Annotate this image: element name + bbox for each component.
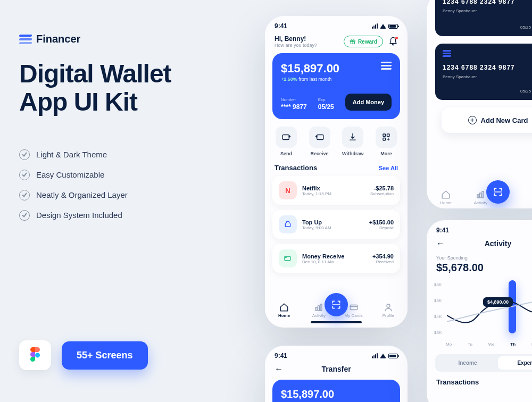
profile-icon: [384, 303, 393, 312]
transaction-row[interactable]: Money ReceiveDec 10, 8:11 AM +354.90Rece…: [272, 244, 400, 273]
card-icon: [349, 303, 359, 312]
scan-icon: [331, 299, 342, 310]
receive-money-icon: [279, 249, 297, 267]
hero-headline-line2: App UI Kit: [19, 88, 243, 116]
check-icon: [19, 190, 30, 200]
tab-home[interactable]: Home: [272, 303, 296, 318]
reward-label: Reward: [358, 39, 377, 45]
x-tick: We: [488, 342, 495, 347]
balance-amount: $15,897.00: [281, 62, 392, 76]
see-all-link[interactable]: See All: [379, 165, 398, 171]
quick-receive-button[interactable]: Receive: [309, 127, 330, 156]
status-time: 9:41: [436, 227, 449, 234]
page-title: Transfer: [321, 365, 351, 373]
figma-badge: [19, 340, 51, 370]
svg-point-0: [35, 353, 40, 358]
tab-profile[interactable]: Profile: [377, 303, 400, 318]
check-icon: [19, 149, 30, 160]
reward-button[interactable]: Reward: [344, 36, 383, 47]
feature-item: Light & Dark Theme: [19, 149, 243, 160]
credit-card[interactable]: ⟫ 1234 6788 2324 9877 Benny Spanbauer 05…: [435, 44, 532, 100]
status-time: 9:41: [275, 352, 287, 359]
scan-fab-button[interactable]: [325, 293, 348, 316]
withdraw-icon: [348, 132, 358, 142]
card-number-label: Number: [281, 97, 307, 102]
quick-label: Receive: [311, 151, 329, 156]
quick-send-button[interactable]: Send: [276, 127, 297, 156]
income-expense-toggle[interactable]: Income Expense: [435, 354, 532, 372]
check-icon: [19, 170, 30, 180]
card-exp-value: 05/25: [318, 103, 334, 111]
status-bar: 9:41: [265, 346, 408, 362]
svg-rect-10: [318, 306, 320, 311]
balance-card: $15,897.00 +2.50% from last month Number…: [272, 53, 400, 119]
status-indicators: [372, 353, 398, 358]
seg-income[interactable]: Income: [437, 356, 498, 370]
txn-amount: +$150.00: [369, 219, 394, 225]
tab-bar: Home Activity My Cards: [427, 186, 532, 205]
balance-card: $15,897.00: [272, 380, 400, 402]
battery-icon: [388, 24, 398, 29]
txn-amount: -$25.78: [370, 185, 394, 191]
spending-label: Your Spending: [427, 255, 532, 261]
brand-name: Financer: [36, 33, 80, 45]
more-icon: [381, 132, 391, 142]
x-tick: Th: [510, 342, 516, 347]
balance-amount: $15,897.00: [281, 388, 392, 400]
hero-headline-line1: Digital Wallet: [19, 60, 243, 88]
gift-icon: [350, 38, 356, 45]
back-button[interactable]: ←: [275, 364, 283, 374]
wifi-icon: [380, 24, 386, 29]
chart-tooltip: $4,890.00: [483, 297, 513, 307]
brand-logo-icon: [443, 50, 451, 58]
quick-withdraw-button[interactable]: Withdraw: [342, 127, 363, 156]
svg-rect-3: [282, 135, 289, 140]
x-tick: Tu: [468, 342, 472, 347]
transaction-row[interactable]: N NetflixToday, 1:15 PM -$25.78Subscript…: [272, 176, 400, 205]
cellular-icon: [372, 23, 378, 29]
tab-home[interactable]: Home: [434, 190, 458, 205]
hero-headline: Digital Wallet App UI Kit: [19, 60, 243, 116]
check-icon: [19, 210, 30, 221]
transaction-row[interactable]: Top UpToday, 9:00 AM +$150.00Deposit: [272, 210, 400, 239]
txn-kind: Received: [372, 259, 394, 264]
svg-point-13: [387, 304, 390, 307]
notifications-button[interactable]: [388, 37, 398, 46]
txn-name: Top Up: [302, 219, 364, 225]
svg-rect-12: [350, 305, 358, 310]
greeting-title: Hi, Benny!: [275, 35, 317, 43]
feature-item: Design System Included: [19, 210, 243, 221]
add-money-button[interactable]: Add Money: [345, 94, 392, 111]
svg-rect-9: [315, 307, 317, 311]
quick-more-button[interactable]: More: [376, 127, 397, 156]
card-number: 1234 6788 2324 9877: [443, 0, 532, 5]
balance-delta: +2.50% from last month: [281, 77, 392, 82]
feature-item: Easy Customizable: [19, 170, 243, 180]
txn-date: Today, 1:15 PM: [302, 191, 365, 196]
netflix-icon: N: [279, 181, 297, 199]
txn-name: Money Receive: [302, 253, 367, 259]
topup-icon: [279, 215, 297, 233]
back-button[interactable]: ←: [436, 239, 445, 248]
brand-logo-icon: [19, 35, 32, 44]
feature-label: Design System Included: [36, 211, 122, 220]
feature-label: Easy Customizable: [36, 170, 104, 179]
cards-screen: 1234 6788 2324 9877 Benny Spanbauer 05/2…: [427, 0, 532, 208]
card-exp-label: Exp.: [318, 97, 334, 102]
page-title: Activity: [485, 239, 512, 248]
svg-rect-5: [383, 134, 386, 137]
card-expiry: 05/25: [520, 25, 531, 30]
seg-expense[interactable]: Expense: [498, 356, 532, 370]
transactions-heading: Transactions: [436, 378, 479, 386]
credit-card[interactable]: 1234 6788 2324 9877 Benny Spanbauer 05/2…: [435, 0, 532, 36]
screens-count-button[interactable]: 55+ Screens: [62, 341, 148, 370]
svg-rect-15: [480, 193, 481, 198]
receive-icon: [315, 132, 325, 142]
svg-rect-6: [387, 134, 389, 137]
scan-fab-button[interactable]: [486, 180, 510, 204]
brand-lockup: Financer: [19, 33, 243, 45]
quick-label: Send: [280, 151, 292, 156]
add-card-button[interactable]: + Add New Card: [442, 107, 532, 133]
home-screen: 9:41 Hi, Benny! How are you today? Rewar…: [265, 16, 408, 328]
status-bar: 9:41: [427, 220, 532, 236]
